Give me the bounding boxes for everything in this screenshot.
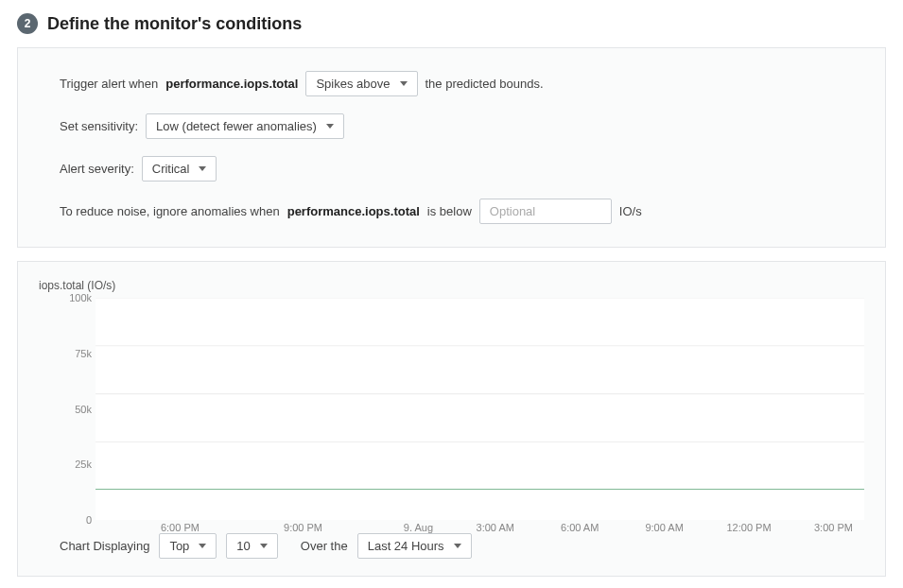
caret-down-icon	[454, 544, 461, 548]
xtick-label: 3:00 AM	[477, 522, 514, 533]
chart-svg	[96, 298, 864, 490]
ignore-metric: performance.iops.total	[287, 204, 420, 218]
ytick-label: 50k	[75, 404, 92, 415]
xtick-label: 6:00 AM	[561, 522, 599, 533]
chart-area: 0 25k 50k 75k 100k 6:00 PM9:00 PM9. Aug3…	[96, 298, 864, 520]
chart-range-value: Last 24 Hours	[368, 539, 444, 553]
caret-down-icon	[260, 544, 268, 548]
direction-select-value: Spikes above	[316, 77, 390, 91]
caret-down-icon	[400, 81, 408, 86]
chart-y-axis: 0 25k 50k 75k 100k	[54, 298, 92, 520]
conditions-panel: Trigger alert when performance.iops.tota…	[17, 47, 886, 248]
caret-down-icon	[199, 166, 206, 171]
severity-label: Alert severity:	[60, 162, 134, 176]
xtick-label: 6:00 PM	[161, 522, 200, 533]
severity-select-value: Critical	[152, 162, 190, 176]
ytick-label: 25k	[75, 458, 92, 470]
ignore-mid-label: is below	[427, 204, 472, 218]
chart-panel: iops.total (IO/s) 0 25k 50k 75k 100k 6:0…	[17, 261, 886, 577]
ignore-prefix-label: To reduce noise, ignore anomalies when	[60, 204, 280, 218]
ytick-label: 0	[86, 514, 92, 526]
ytick-label: 100k	[69, 292, 92, 303]
chart-count-value: 10	[236, 539, 250, 553]
severity-select[interactable]: Critical	[142, 156, 217, 182]
trigger-metric: performance.iops.total	[165, 77, 298, 91]
chart-range-select[interactable]: Last 24 Hours	[357, 533, 472, 559]
ytick-label: 75k	[75, 348, 92, 359]
direction-select[interactable]: Spikes above	[305, 71, 417, 96]
xtick-label: 9:00 PM	[284, 522, 322, 533]
sensitivity-select-value: Low (detect fewer anomalies)	[156, 119, 317, 133]
ignore-unit-label: IO/s	[619, 204, 642, 218]
caret-down-icon	[326, 124, 334, 129]
caret-down-icon	[199, 544, 206, 548]
xtick-label: 9. Aug	[404, 522, 433, 533]
chart-over-label: Over the	[301, 539, 348, 553]
ignore-threshold-input[interactable]	[479, 199, 612, 224]
chart-count-select[interactable]: 10	[226, 533, 277, 559]
chart-displaying-label: Chart Displaying	[60, 539, 149, 553]
chart-title: iops.total (IO/s)	[39, 279, 864, 292]
chart-x-axis: 6:00 PM9:00 PM9. Aug3:00 AM6:00 AM9:00 A…	[96, 522, 864, 537]
chart-mode-value: Top	[169, 539, 189, 553]
trigger-prefix-label: Trigger alert when	[60, 77, 158, 91]
xtick-label: 9:00 AM	[645, 522, 683, 533]
sensitivity-label: Set sensitivity:	[60, 119, 138, 133]
xtick-label: 12:00 PM	[727, 522, 772, 533]
step-number-badge: 2	[17, 13, 38, 34]
section-title: Define the monitor's conditions	[47, 14, 302, 34]
xtick-label: 3:00 PM	[814, 522, 853, 533]
trigger-suffix-label: the predicted bounds.	[425, 77, 544, 91]
chart-mode-select[interactable]: Top	[159, 533, 217, 559]
sensitivity-select[interactable]: Low (detect fewer anomalies)	[146, 113, 344, 139]
